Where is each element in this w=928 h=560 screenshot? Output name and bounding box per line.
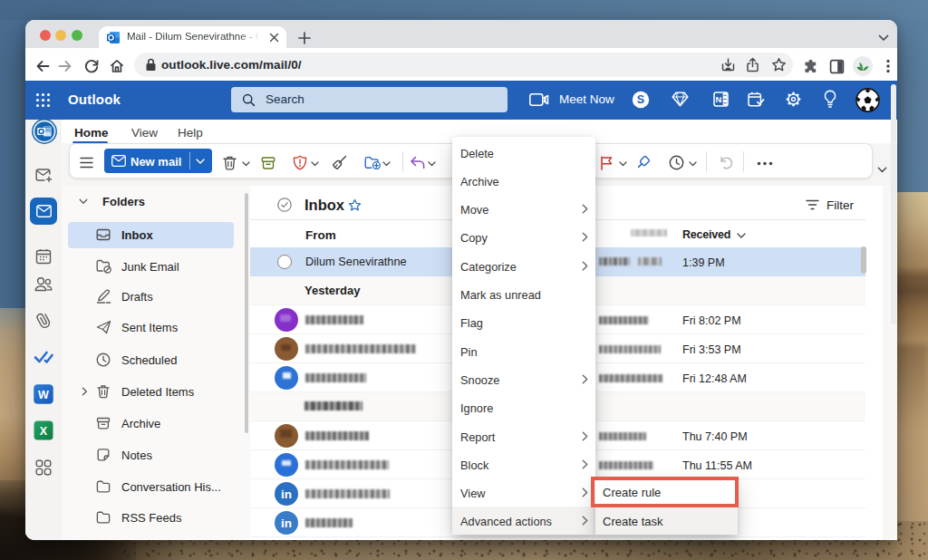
svg-text:X: X <box>40 425 48 438</box>
svg-text:W: W <box>38 389 49 401</box>
svg-text:S: S <box>637 93 644 106</box>
svg-text:N: N <box>716 94 722 104</box>
